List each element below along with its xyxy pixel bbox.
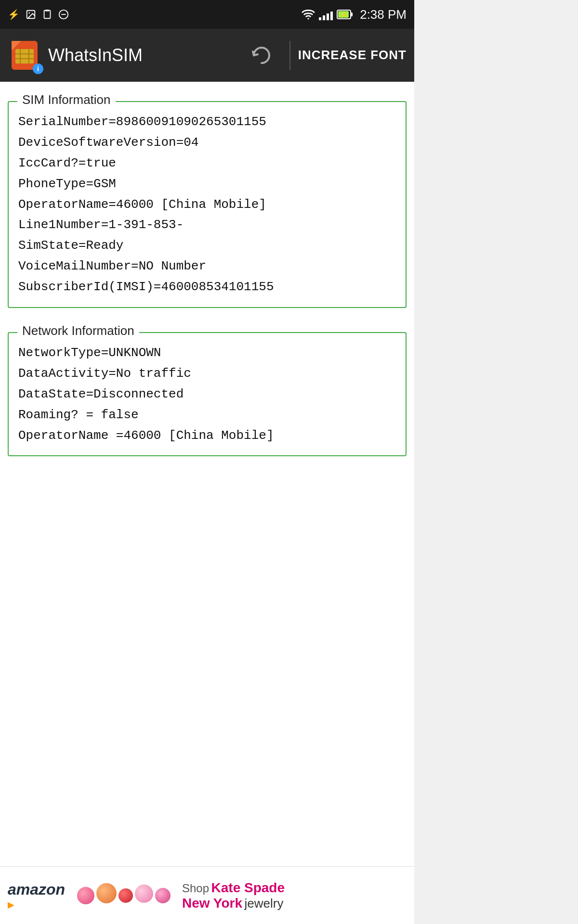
clipboard-icon bbox=[42, 9, 53, 20]
svg-rect-8 bbox=[351, 13, 353, 16]
gem-red-icon bbox=[118, 888, 133, 903]
svg-rect-3 bbox=[45, 10, 49, 12]
network-field-3: Roaming? = false bbox=[18, 405, 396, 425]
usb-icon: ⚡ bbox=[8, 9, 20, 20]
battery-icon: ⚡ bbox=[337, 9, 353, 20]
sim-info-section: SIM Information SerialNumber=89860091090… bbox=[8, 101, 407, 308]
sim-field-4: OperatorName=46000 [China Mobile] bbox=[18, 194, 396, 215]
sim-field-7: VoiceMailNumber=NO Number bbox=[18, 256, 396, 277]
app-logo: i bbox=[8, 38, 41, 72]
sim-info-title: SIM Information bbox=[17, 92, 116, 107]
network-info-content: NetworkType=UNKNOWN DataActivity=No traf… bbox=[18, 343, 396, 446]
gem-orange-icon bbox=[96, 883, 117, 903]
main-content: SIM Information SerialNumber=89860091090… bbox=[0, 82, 414, 866]
ad-shop-line: Shop Kate Spade bbox=[182, 880, 285, 896]
sim-field-2: IccCard?=true bbox=[18, 153, 396, 174]
amazon-logo: amazon ▶ bbox=[8, 881, 70, 910]
ad-banner[interactable]: amazon ▶ Shop Kate Spade New York jewelr… bbox=[0, 866, 414, 924]
app-bar-divider bbox=[289, 41, 290, 70]
ad-text-content: Shop Kate Spade New York jewelry bbox=[182, 880, 285, 911]
ad-shop-text: Shop bbox=[182, 882, 209, 895]
sim-field-5: Line1Number=1-391-853- bbox=[18, 215, 396, 235]
amazon-arrow-icon: ▶ bbox=[8, 899, 14, 910]
status-bar-left-icons: ⚡ bbox=[8, 9, 69, 20]
amazon-text: amazon bbox=[8, 881, 65, 898]
refresh-icon bbox=[250, 44, 273, 67]
ad-brand-text: Kate Spade bbox=[211, 880, 285, 895]
status-bar: ⚡ ⚡ 2:38 PM bbox=[0, 0, 414, 29]
minus-circle-icon bbox=[58, 9, 69, 20]
network-info-section: Network Information NetworkType=UNKNOWN … bbox=[8, 332, 407, 456]
svg-point-6 bbox=[308, 18, 309, 19]
network-field-1: DataActivity=No traffic bbox=[18, 363, 396, 384]
ad-jewelry-label: jewelry bbox=[244, 896, 283, 911]
gem-light-pink-icon bbox=[135, 885, 153, 903]
gem-pink2-icon bbox=[155, 888, 171, 903]
gem-pink-icon bbox=[77, 887, 94, 904]
sim-field-0: SerialNumber=89860091090265301155 bbox=[18, 112, 396, 132]
sim-field-3: PhoneType=GSM bbox=[18, 174, 396, 194]
wifi-icon bbox=[302, 9, 315, 20]
sim-info-box: SerialNumber=89860091090265301155 Device… bbox=[8, 101, 407, 308]
sim-field-6: SimState=Ready bbox=[18, 235, 396, 256]
status-bar-right-icons: ⚡ 2:38 PM bbox=[302, 7, 407, 22]
network-field-4: OperatorName =46000 [China Mobile] bbox=[18, 425, 396, 446]
refresh-button[interactable] bbox=[246, 40, 277, 71]
app-title: WhatsInSIM bbox=[48, 45, 246, 65]
ad-brand-line2: New York jewelry bbox=[182, 896, 285, 911]
network-field-2: DataState=Disconnected bbox=[18, 384, 396, 405]
info-badge: i bbox=[33, 64, 43, 74]
ad-jewelry-image bbox=[77, 887, 171, 904]
svg-point-1 bbox=[28, 12, 30, 13]
sim-field-1: DeviceSoftwareVersion=04 bbox=[18, 132, 396, 153]
image-icon bbox=[26, 9, 36, 20]
svg-rect-2 bbox=[44, 11, 51, 19]
sim-field-8: SubscriberId(IMSI)=460008534101155 bbox=[18, 277, 396, 297]
network-info-title: Network Information bbox=[17, 323, 139, 338]
svg-rect-13 bbox=[15, 49, 34, 64]
sim-info-content: SerialNumber=89860091090265301155 Device… bbox=[18, 112, 396, 297]
network-field-0: NetworkType=UNKNOWN bbox=[18, 343, 396, 363]
app-bar: i WhatsInSIM INCREASE FONT bbox=[0, 29, 414, 82]
status-time: 2:38 PM bbox=[360, 7, 407, 22]
svg-text:⚡: ⚡ bbox=[341, 12, 347, 18]
ad-location-text: New York bbox=[182, 896, 242, 911]
signal-bars-icon bbox=[319, 9, 333, 20]
network-info-box: NetworkType=UNKNOWN DataActivity=No traf… bbox=[8, 332, 407, 456]
increase-font-button[interactable]: INCREASE FONT bbox=[298, 48, 407, 63]
